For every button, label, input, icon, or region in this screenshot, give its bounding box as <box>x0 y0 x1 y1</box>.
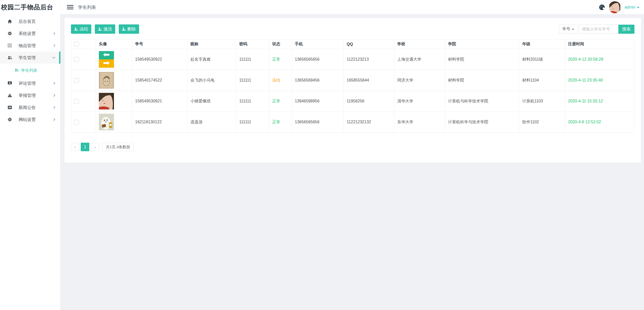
gear-icon <box>8 117 12 122</box>
status-cell: 正常 <box>269 91 292 112</box>
chevron-right-icon <box>52 32 55 35</box>
sidebar-item-label: 系统设置 <box>19 31 36 36</box>
sidebar-item-report-management[interactable]: 举报管理 <box>0 89 60 101</box>
current-page-button[interactable]: 1 <box>81 143 89 151</box>
school-cell: 清华大学 <box>394 91 445 112</box>
activate-button[interactable]: 激活 <box>95 24 115 34</box>
column-header: 手机 <box>292 40 344 49</box>
column-header: 学校 <box>394 40 445 49</box>
college-cell: 计算机科学与技术学院 <box>445 112 519 133</box>
student-table: 头像学号昵称密码状态手机QQ学校学院年级注册时间 158549530922起名字… <box>71 39 634 133</box>
users-icon <box>15 68 19 73</box>
sidebar-item-comment-management[interactable]: 评论管理 <box>0 77 60 89</box>
phone-cell: 13946598956 <box>292 91 344 112</box>
table-header-row: 头像学号昵称密码状态手机QQ学校学院年级注册时间 <box>71 40 634 49</box>
sidebar-item-system-settings[interactable]: 系统设置 <box>0 27 60 40</box>
search-button[interactable]: 搜索 <box>618 25 634 34</box>
page-title: 学生列表 <box>78 4 96 10</box>
main-area: 学生列表 admin 冻结激活删除 学号 搜索 <box>60 0 644 310</box>
grade-cell: 计算机1103 <box>519 91 565 112</box>
sidebar-item-label: 学生管理 <box>19 55 36 61</box>
page: 校园二手物品后台 后台首页系统设置物品管理学生管理学生列表评论管理举报管理新闻公… <box>0 0 644 310</box>
chevron-right-icon <box>52 44 55 47</box>
sidebar-item-student-management[interactable]: 学生管理 <box>0 52 60 64</box>
row-checkbox[interactable] <box>74 57 79 62</box>
student-id-cell: 158549530921 <box>132 91 187 112</box>
password-cell: 111111 <box>236 49 269 70</box>
button-label: 冻结 <box>79 26 88 32</box>
qq-cell: 1122123213 <box>344 49 394 70</box>
sidebar-item-site-settings[interactable]: 网站设置 <box>0 113 60 126</box>
search-field-select[interactable]: 学号 <box>559 25 578 34</box>
grid-icon <box>8 43 12 48</box>
student-avatar-sketch-face <box>99 72 114 89</box>
column-header: 状态 <box>269 40 292 49</box>
row-checkbox[interactable] <box>74 99 79 104</box>
column-header: 昵称 <box>187 40 236 49</box>
row-checkbox[interactable] <box>74 78 79 83</box>
nickname-cell: 会飞的小乌龟 <box>187 70 236 91</box>
phone-cell: 13656569456 <box>292 70 344 91</box>
user-menu[interactable]: admin <box>624 5 639 10</box>
row-select-cell <box>71 70 96 91</box>
next-page-button[interactable]: » <box>91 143 99 151</box>
app-title: 校园二手物品后台 <box>0 0 60 15</box>
comment-icon <box>8 81 12 86</box>
student-id-cell: 158549530922 <box>132 49 187 70</box>
users-icon <box>8 55 12 60</box>
chevron-right-icon <box>52 106 55 109</box>
sidebar: 校园二手物品后台 后台首页系统设置物品管理学生管理学生列表评论管理举报管理新闻公… <box>0 0 60 310</box>
phone-cell: 13656565656 <box>292 112 344 133</box>
warning-icon <box>8 93 12 98</box>
prev-page-button[interactable]: « <box>71 143 79 151</box>
button-label: 激活 <box>103 26 112 32</box>
avatar-cell <box>96 91 132 112</box>
sidebar-item-news-announcements[interactable]: 新闻公告 <box>0 101 60 113</box>
sidebar-item-label: 后台首页 <box>19 19 36 24</box>
user-avatar[interactable] <box>609 1 621 13</box>
sidebar-item-dashboard[interactable]: 后台首页 <box>0 15 60 27</box>
student-id-cell: 162118130122 <box>132 112 187 133</box>
avatar-cell <box>96 112 132 133</box>
sidebar-item-label: 举报管理 <box>19 93 36 98</box>
row-checkbox[interactable] <box>74 120 79 125</box>
button-label: 删除 <box>127 26 136 32</box>
column-header: 密码 <box>236 40 269 49</box>
student-id-cell: 158540174522 <box>132 70 187 91</box>
user-check-icon <box>98 27 102 31</box>
search-input[interactable] <box>579 25 618 34</box>
delete-button[interactable]: 删除 <box>119 24 139 34</box>
theme-palette-icon[interactable] <box>599 4 605 11</box>
status-badge: 正常 <box>272 99 280 103</box>
status-badge: 正常 <box>272 120 280 124</box>
chevron-down-icon <box>572 29 574 30</box>
menu-toggle-icon[interactable] <box>67 5 73 9</box>
qq-cell: 11221232132 <box>344 112 394 133</box>
pagination-summary: 共1页,4条数据 <box>102 143 134 151</box>
nickname-cell: 起名字真难 <box>187 49 236 70</box>
row-select-cell <box>71 112 96 133</box>
password-cell: 111111 <box>236 112 269 133</box>
chevron-down-icon <box>637 7 639 8</box>
select-all-cell <box>71 40 96 49</box>
register-time-cell: 2020-4-6 12:52:02 <box>565 112 634 133</box>
sidebar-item-student-list[interactable]: 学生列表 <box>0 64 60 77</box>
nickname-cell: 小猪爱佩琪 <box>187 91 236 112</box>
school-cell: 同济大学 <box>394 70 445 91</box>
sidebar-item-label: 网站设置 <box>19 117 36 123</box>
grade-cell: 软件1102 <box>519 112 565 133</box>
password-cell: 111111 <box>236 70 269 91</box>
student-avatar-recycle-logo <box>99 51 114 68</box>
college-cell: 材料学院 <box>445 49 519 70</box>
chevron-right-icon <box>52 82 55 85</box>
select-all-checkbox[interactable] <box>74 42 79 47</box>
sidebar-item-item-management[interactable]: 物品管理 <box>0 40 60 52</box>
qq-cell: 1658555644 <box>344 70 394 91</box>
column-header: QQ <box>344 40 394 49</box>
status-cell: 冻结 <box>269 70 292 91</box>
freeze-button[interactable]: 冻结 <box>71 24 91 34</box>
table-row: 158540174522会飞的小乌龟111111冻结13656569456165… <box>71 70 634 91</box>
student-avatar-cartoon-bear <box>99 114 114 130</box>
nickname-cell: 逍遥游 <box>187 112 236 133</box>
topbar: 学生列表 admin <box>60 0 644 14</box>
